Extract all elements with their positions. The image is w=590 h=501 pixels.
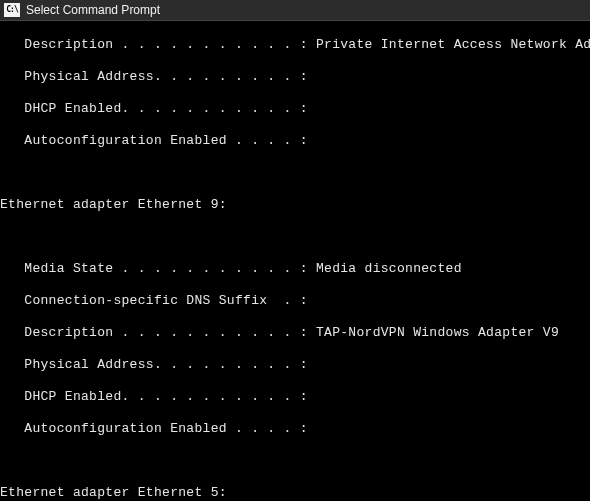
output-line: Autoconfiguration Enabled . . . . : [0, 421, 590, 437]
window-title: Select Command Prompt [26, 3, 160, 17]
output-line: DHCP Enabled. . . . . . . . . . . : [0, 101, 590, 117]
output-line: Media State . . . . . . . . . . . : Medi… [0, 261, 590, 277]
output-line [0, 229, 590, 245]
output-line: DHCP Enabled. . . . . . . . . . . : [0, 389, 590, 405]
output-line: Physical Address. . . . . . . . . : [0, 69, 590, 85]
output-line: Physical Address. . . . . . . . . : [0, 357, 590, 373]
cmd-prompt-icon: C:\ [4, 3, 20, 17]
output-line: Ethernet adapter Ethernet 5: [0, 485, 590, 501]
output-line: Ethernet adapter Ethernet 9: [0, 197, 590, 213]
output-line [0, 453, 590, 469]
output-line: Autoconfiguration Enabled . . . . : [0, 133, 590, 149]
output-line: Description . . . . . . . . . . . : Priv… [0, 37, 590, 53]
output-line [0, 165, 590, 181]
output-line: Description . . . . . . . . . . . : TAP-… [0, 325, 590, 341]
window-titlebar[interactable]: C:\ Select Command Prompt [0, 0, 590, 21]
terminal-output[interactable]: Description . . . . . . . . . . . : Priv… [0, 21, 590, 501]
cmd-icon-text: C:\ [6, 6, 17, 14]
output-line: Connection-specific DNS Suffix . : [0, 293, 590, 309]
